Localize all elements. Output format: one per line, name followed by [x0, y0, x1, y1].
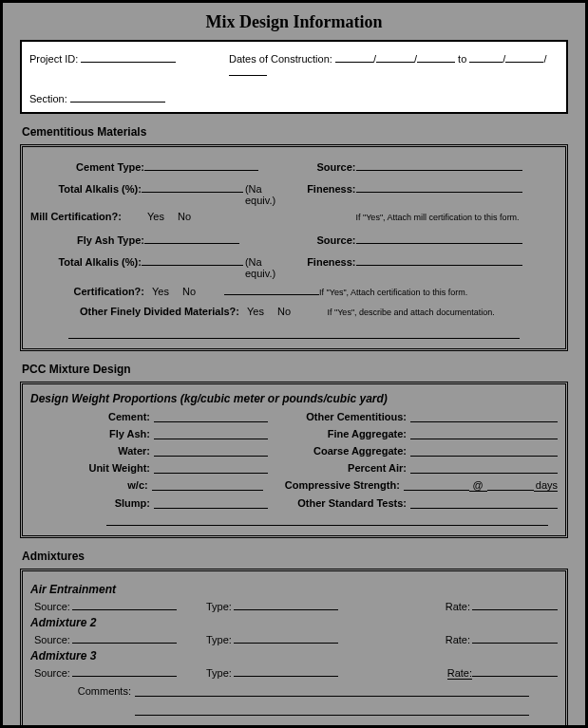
- pcc-percent-air-field[interactable]: [410, 462, 558, 474]
- pcc-unit-weight-field[interactable]: [154, 462, 268, 474]
- ae-rate-label: Rate:: [446, 601, 470, 612]
- pcc-slump-field[interactable]: [154, 497, 268, 509]
- a2-source-label: Source:: [34, 634, 70, 645]
- pcc-wc-label: w/c:: [30, 479, 152, 492]
- cert-yes[interactable]: Yes: [152, 286, 169, 297]
- dates-to: to: [458, 53, 466, 65]
- a2-rate-field[interactable]: [472, 632, 558, 644]
- fineness-2-label: Fineness:: [294, 256, 356, 268]
- a3-type-field[interactable]: [234, 665, 338, 677]
- a3-rate-label: Rate:: [447, 667, 472, 680]
- pcc-other-cementitious-label: Other Cementitious:: [268, 411, 410, 422]
- a2-rate-label: Rate:: [446, 634, 470, 645]
- a2-type-field[interactable]: [234, 632, 338, 644]
- dates-label: Dates of Construction:: [229, 53, 332, 65]
- cement-source-field[interactable]: [356, 159, 522, 171]
- other-no[interactable]: No: [277, 306, 291, 317]
- mill-cert-label: Mill Certification?:: [30, 211, 140, 222]
- comments-line2[interactable]: [135, 704, 529, 716]
- other-note: If "Yes", describe and attach documentat…: [328, 308, 495, 317]
- fly-source-label: Source:: [294, 234, 356, 246]
- pcc-title: PCC Mixture Design: [22, 363, 568, 376]
- date-to-1[interactable]: [469, 51, 503, 63]
- date-to-3[interactable]: [229, 65, 267, 76]
- pcc-extra-line[interactable]: [106, 514, 548, 526]
- source-label: Source:: [294, 161, 356, 173]
- pcc-fly-ash-field[interactable]: [154, 428, 268, 439]
- pcc-cement-label: Cement:: [30, 411, 154, 422]
- pcc-coarse-aggregate-label: Coarse Aggregate:: [268, 445, 410, 457]
- pcc-other-tests-field[interactable]: [410, 497, 558, 509]
- pcc-compressive-label: Compressive Strength:: [263, 479, 403, 492]
- page-title: Mix Design Information: [20, 12, 568, 32]
- pcc-fine-aggregate-field[interactable]: [410, 428, 558, 439]
- section-label: Section:: [29, 93, 67, 104]
- a2-source-field[interactable]: [72, 632, 177, 644]
- fly-ash-type-label: Fly Ash Type:: [30, 234, 144, 246]
- pcc-wc-field[interactable]: [152, 479, 264, 491]
- pcc-fine-aggregate-label: Fine Aggregate:: [268, 428, 410, 439]
- project-id-field[interactable]: [81, 51, 176, 63]
- total-alkalis-2-label: Total Alkalis (%):: [30, 256, 142, 268]
- comments-label: Comments:: [30, 685, 135, 697]
- pcc-fly-ash-label: Fly Ash:: [30, 428, 154, 439]
- comments-line1[interactable]: [135, 685, 529, 697]
- ae-source-label: Source:: [34, 601, 70, 612]
- section-field[interactable]: [70, 91, 165, 103]
- form-page: Mix Design Information Project ID: Dates…: [2, 2, 586, 726]
- ae-rate-field[interactable]: [472, 599, 558, 610]
- ae-source-field[interactable]: [72, 599, 177, 610]
- mill-cert-no[interactable]: No: [178, 211, 191, 222]
- project-id-label: Project ID:: [29, 53, 78, 65]
- cement-type-label: Cement Type:: [30, 161, 144, 173]
- fineness-field[interactable]: [356, 181, 522, 193]
- cementitious-title: Cementitious Materials: [22, 125, 568, 139]
- admixtures-title: Admixtures: [22, 550, 568, 563]
- fineness-label: Fineness:: [294, 183, 356, 195]
- fineness-2-field[interactable]: [356, 254, 522, 266]
- other-describe-field[interactable]: [68, 327, 520, 339]
- total-alkalis-field[interactable]: [142, 181, 243, 193]
- date-from-2[interactable]: [376, 51, 414, 63]
- a2-type-label: Type:: [206, 634, 232, 645]
- pcc-other-tests-label: Other Standard Tests:: [268, 497, 410, 509]
- a3-rate-field[interactable]: [472, 665, 558, 677]
- cement-type-field[interactable]: [144, 159, 258, 171]
- certification-label: Certification?:: [30, 286, 144, 297]
- other-yes[interactable]: Yes: [247, 306, 264, 317]
- cert-note: If "Yes", Attach certification to this f…: [319, 288, 467, 297]
- pcc-cement-field[interactable]: [154, 411, 268, 422]
- admixture3-head: Admixture 3: [30, 649, 558, 663]
- mill-cert-note: If "Yes", Attach mill certification to t…: [356, 213, 520, 222]
- a3-type-label: Type:: [206, 667, 232, 679]
- pcc-water-label: Water:: [30, 445, 154, 457]
- air-entrainment-head: Air Entrainment: [30, 583, 558, 596]
- fly-ash-type-field[interactable]: [144, 233, 239, 244]
- date-from-3[interactable]: [417, 51, 455, 63]
- cert-blank[interactable]: [224, 284, 319, 295]
- admixtures-box: Air Entrainment Source: Type: Rate: Admi…: [20, 569, 568, 728]
- slash: /: [543, 53, 546, 65]
- cert-no[interactable]: No: [182, 286, 196, 297]
- pcc-compressive-field[interactable]: [404, 479, 469, 491]
- admixture2-head: Admixture 2: [30, 616, 558, 629]
- pcc-water-field[interactable]: [154, 445, 268, 457]
- na-equiv: (Na equiv.): [245, 183, 294, 206]
- mill-cert-yes[interactable]: Yes: [147, 211, 164, 222]
- date-to-2[interactable]: [505, 51, 543, 63]
- a3-source-field[interactable]: [72, 665, 177, 677]
- pcc-box: Design Weight Proportions (kg/cubic mete…: [20, 382, 568, 538]
- pcc-coarse-aggregate-field[interactable]: [410, 445, 558, 457]
- cementitious-box: Cement Type: Source: Total Alkalis (%): …: [20, 144, 568, 351]
- date-from-1[interactable]: [335, 51, 373, 63]
- ae-type-field[interactable]: [234, 599, 338, 610]
- a3-source-label: Source:: [34, 667, 70, 679]
- total-alkalis-2-field[interactable]: [142, 254, 243, 266]
- ae-type-label: Type:: [206, 601, 232, 612]
- pcc-percent-air-label: Percent Air:: [268, 462, 410, 474]
- pcc-other-cementitious-field[interactable]: [410, 411, 558, 422]
- pcc-days: days: [534, 479, 558, 492]
- pcc-days-field[interactable]: [487, 479, 534, 491]
- fly-source-field[interactable]: [356, 233, 522, 244]
- pcc-design-header: Design Weight Proportions (kg/cubic mete…: [30, 392, 558, 405]
